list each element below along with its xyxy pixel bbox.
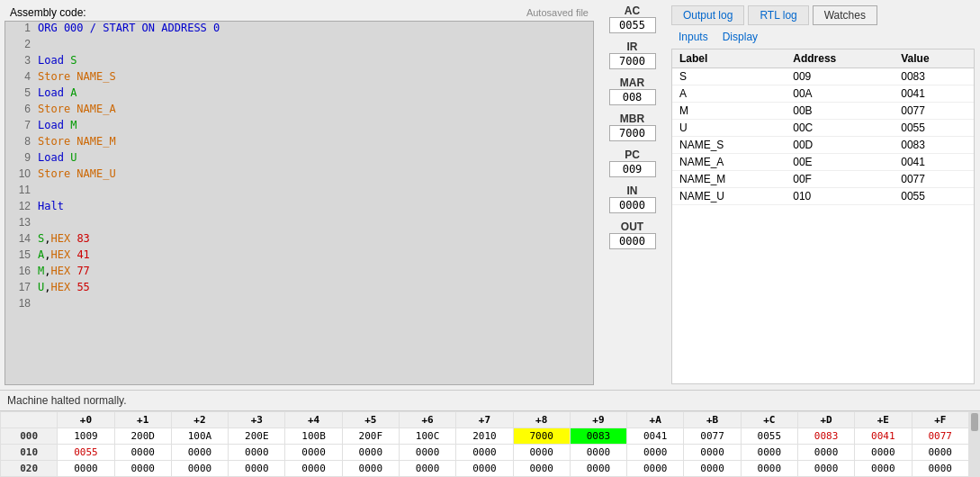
watches-cell-value: 0083 [894, 68, 974, 86]
memory-cell: 0000 [342, 461, 399, 477]
code-text: Store NAME_U [38, 167, 116, 180]
memory-col-header: +8 [513, 412, 570, 428]
memory-col-header: +D [797, 412, 854, 428]
code-line: 3Load S [5, 54, 593, 70]
watches-cell-label: A [672, 86, 786, 103]
memory-cell: 0055 [58, 445, 114, 461]
code-text: M,HEX 77 [38, 265, 90, 277]
watches-row: S0090083 [672, 68, 974, 86]
memory-col-header: +1 [114, 412, 171, 428]
memory-cell: 0000 [684, 445, 741, 461]
code-text: Load S [38, 54, 76, 67]
watches-cell-value: 0083 [894, 137, 974, 154]
watches-cell-label: S [672, 68, 786, 86]
code-line: 2 [5, 38, 593, 54]
code-line: 10Store NAME_U [5, 167, 593, 184]
memory-col-header: +E [855, 412, 912, 428]
col-label: Label [672, 50, 786, 68]
code-text: Load M [38, 119, 76, 131]
memory-cell: 0000 [741, 461, 797, 477]
memory-row-label: 020 [1, 461, 58, 477]
memory-cell: 0000 [229, 445, 285, 461]
memory-cell: 0000 [285, 445, 342, 461]
watches-panel: Output log RTL log Watches Inputs Displa… [666, 0, 980, 390]
code-line: 1ORG 000 / START ON ADDRESS 0 [5, 22, 593, 38]
memory-cell: 0000 [513, 445, 570, 461]
code-line: 13 [5, 216, 593, 232]
code-line: 8Store NAME_M [5, 135, 593, 151]
watches-row: A00A0041 [672, 86, 974, 103]
sub-tab-display[interactable]: Display [719, 29, 761, 45]
memory-cell: 0000 [912, 445, 969, 461]
code-line: 4Store NAME_S [5, 70, 593, 86]
watches-cell-address: 00B [786, 103, 894, 120]
code-text: Store NAME_M [38, 135, 116, 148]
memory-col-header: +7 [456, 412, 513, 428]
memory-cell: 2010 [456, 428, 513, 445]
register-label: MBR [620, 112, 644, 125]
watches-row: U00C0055 [672, 120, 974, 137]
memory-table: +0+1+2+3+4+5+6+7+8+9+A+B+C+D+E+F 0001009… [0, 411, 969, 477]
code-line: 6Store NAME_A [5, 103, 593, 119]
memory-scrollbar[interactable] [969, 411, 980, 477]
code-line: 16M,HEX 77 [5, 265, 593, 281]
watches-cell-value: 0077 [894, 171, 974, 188]
register-value: 0000 [609, 197, 656, 213]
code-editor[interactable]: 1ORG 000 / START ON ADDRESS 023Load S4St… [4, 21, 594, 385]
memory-row: 0001009200D100A200E100B200F100C201070000… [1, 428, 969, 445]
memory-col-header: +6 [399, 412, 455, 428]
memory-cell: 0041 [627, 428, 684, 445]
memory-cell: 100B [285, 428, 342, 445]
code-text: Halt [38, 200, 64, 212]
register-value: 008 [609, 89, 656, 105]
memory-col-header: +C [741, 412, 797, 428]
register-label: PC [625, 148, 640, 161]
memory-col-header: +A [627, 412, 684, 428]
memory-row: 0200000000000000000000000000000000000000… [1, 461, 969, 477]
memory-cell: 0000 [456, 445, 513, 461]
memory-cell: 200E [229, 428, 285, 445]
memory-row-label: 010 [1, 445, 58, 461]
register-value: 0055 [609, 17, 656, 33]
memory-cell: 200F [342, 428, 399, 445]
watches-table: Label Address Value S0090083A00A0041M00B… [672, 50, 974, 205]
tab-rtl-log[interactable]: RTL log [748, 5, 808, 25]
code-text: Store NAME_A [38, 103, 116, 115]
watches-cell-value: 0055 [894, 120, 974, 137]
watches-cell-value: 0041 [894, 154, 974, 171]
watches-row: M00B0077 [672, 103, 974, 120]
memory-cell: 0000 [570, 461, 626, 477]
memory-cell: 0000 [741, 445, 797, 461]
status-bar: Machine halted normally. [0, 390, 980, 410]
memory-col-header: +0 [58, 412, 114, 428]
tab-output-log[interactable]: Output log [671, 5, 744, 25]
code-line: 18 [5, 297, 593, 313]
code-text: U,HEX 55 [38, 281, 90, 293]
register-ir: IR7000 [600, 40, 664, 69]
watches-cell-address: 00E [786, 154, 894, 171]
watches-cell-address: 00F [786, 171, 894, 188]
watches-row: NAME_A00E0041 [672, 154, 974, 171]
tab-watches[interactable]: Watches [813, 5, 877, 25]
register-out: OUT0000 [600, 220, 664, 249]
sub-tab-inputs[interactable]: Inputs [675, 29, 712, 45]
register-mbr: MBR7000 [600, 112, 664, 141]
watches-cell-label: NAME_U [672, 188, 786, 205]
memory-cell: 100C [399, 428, 455, 445]
col-address: Address [786, 50, 894, 68]
tab-bar: Output log RTL log Watches [668, 2, 978, 25]
memory-col-header: +4 [285, 412, 342, 428]
watches-cell-address: 00A [786, 86, 894, 103]
memory-cell: 0000 [229, 461, 285, 477]
memory-cell: 0000 [684, 461, 741, 477]
register-pc: PC009 [600, 148, 664, 177]
memory-cell: 0077 [912, 428, 969, 445]
memory-cell: 0000 [855, 445, 912, 461]
memory-cell: 0000 [855, 461, 912, 477]
register-value: 0000 [609, 233, 656, 249]
memory-cell: 0000 [399, 445, 455, 461]
memory-cell: 100A [171, 428, 228, 445]
code-line: 15A,HEX 41 [5, 248, 593, 265]
assembly-label: Assembly code: [10, 6, 86, 19]
memory-cell: 0000 [456, 461, 513, 477]
